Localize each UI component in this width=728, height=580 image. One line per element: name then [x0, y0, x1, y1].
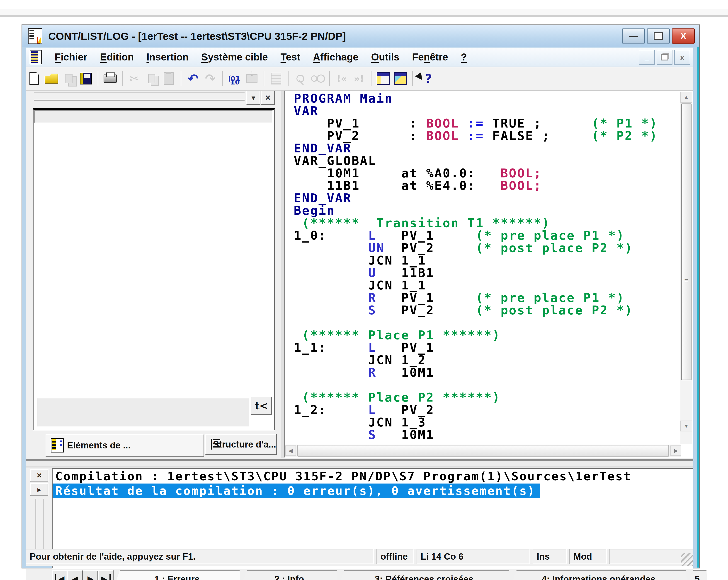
goto-last-tab-button[interactable]: ▶ [98, 570, 113, 580]
panel-close-button[interactable]: ✕ [261, 90, 275, 105]
code-line[interactable]: PROGRAM Main [294, 92, 670, 105]
toolbar-separator [264, 71, 264, 86]
code-line[interactable]: PV_1 : BOOL := TRUE ; (* P1 *) [294, 117, 670, 130]
mdi-restore-button[interactable] [657, 50, 673, 65]
pane-divider[interactable] [281, 90, 284, 458]
horizontal-scroll-thumb[interactable] [297, 445, 669, 457]
data-block-icon [268, 71, 284, 86]
new-file-icon[interactable] [27, 71, 42, 86]
menu-aide[interactable]: ? [461, 51, 467, 62]
window-detail-icon[interactable] [393, 71, 408, 86]
cut-icon [127, 71, 142, 86]
maximize-button[interactable] [647, 28, 670, 44]
panel-dropdown-button[interactable]: ▾ [246, 90, 260, 105]
download-icon[interactable] [227, 71, 242, 86]
tab-structure[interactable]: Structure d'a... [205, 434, 277, 455]
horizontal-splitter[interactable] [26, 459, 693, 467]
document-icon[interactable] [30, 50, 42, 64]
elements-list[interactable] [34, 125, 273, 394]
paste-icon [161, 71, 176, 86]
tab-elements[interactable]: Eléments de ... [46, 434, 204, 457]
scroll-down-button[interactable]: ▼ [680, 420, 692, 432]
menu-test[interactable]: Test [281, 51, 300, 62]
undo-icon[interactable] [186, 71, 201, 86]
mdi-minimize-button[interactable]: _ [639, 50, 655, 65]
source-code[interactable]: PROGRAM MainVAR PV_1 : BOOL := TRUE ; (*… [294, 92, 670, 441]
code-line[interactable]: U 11B1 [294, 267, 670, 279]
output-close-button[interactable]: ✕ [30, 469, 48, 481]
code-line[interactable] [294, 379, 670, 391]
code-line[interactable]: R PV_1 (* pre place P1 *) [294, 292, 670, 304]
print-icon[interactable] [103, 71, 118, 86]
application-window: CONT/LIST/LOG - [1erTest -- 1ertest\ST3\… [22, 24, 700, 569]
output-tab-info[interactable]: 2 : Info [240, 570, 338, 580]
output-detach-button[interactable]: ▸ [30, 483, 48, 496]
status-bar: Pour obtenir de l'aide, appuyez sur F1. … [26, 549, 693, 566]
output-tab-5[interactable]: 5 [687, 570, 707, 580]
save-icon[interactable] [78, 71, 94, 86]
menu-fichier[interactable]: Fichier [55, 51, 87, 62]
output-line-selected[interactable]: Résultat de la compilation : 0 erreur(s)… [53, 484, 540, 498]
output-tab-bar: ◀◀▶▶ 1 : Erreurs2 : Info3: Références cr… [26, 569, 693, 580]
code-line[interactable]: 1_1: L PV_1 [294, 341, 670, 354]
jump-label-button[interactable]: t< [251, 396, 272, 415]
vertical-scrollbar[interactable]: ▲ ≡ ▼ [680, 92, 692, 444]
minimize-button[interactable]: — [622, 28, 645, 44]
toolbar-separator [122, 71, 123, 86]
menu-insertion[interactable]: Insertion [147, 51, 188, 62]
horizontal-scrollbar[interactable]: ◀ ▶ [285, 445, 681, 457]
goto-first-tab-button[interactable]: ◀ [52, 570, 67, 580]
menu-fenetre[interactable]: Fenêtre [412, 51, 448, 62]
menu-outils[interactable]: Outils [371, 51, 399, 62]
code-line[interactable]: (****** Place P2 ******) [294, 391, 670, 404]
code-line[interactable]: S 10M1 [294, 429, 670, 441]
vertical-scroll-thumb[interactable] [681, 104, 692, 380]
scroll-right-button[interactable]: ▶ [671, 445, 681, 456]
page-top-rule [0, 15, 728, 17]
context-help-icon[interactable] [417, 71, 432, 86]
code-line[interactable]: 10M1 at %A0.0: BOOL; [294, 167, 670, 179]
code-line[interactable]: JCN 1_1 [294, 254, 670, 267]
scroll-up-button[interactable]: ▲ [680, 92, 692, 103]
menu-affichage[interactable]: Affichage [313, 51, 358, 62]
code-line[interactable]: VAR [294, 105, 670, 117]
code-line[interactable]: UN PV_2 (* post place P2 *) [294, 242, 670, 254]
code-line[interactable]: JCN 1_3 [294, 416, 670, 429]
elements-header [34, 110, 273, 123]
output-tab-erreurs[interactable]: 1 : Erreurs [113, 570, 240, 580]
code-line[interactable]: JCN 1_1 [294, 279, 670, 292]
tab-elements-label: Eléments de ... [67, 440, 131, 450]
code-line[interactable]: S PV_2 (* post place P2 *) [294, 304, 670, 316]
goto-prev-tab-button[interactable]: ◀ [67, 570, 83, 580]
mdi-close-button[interactable]: x [674, 50, 690, 65]
code-line[interactable]: 1_0: L PV_1 (* pre place P1 *) [294, 229, 670, 242]
code-editor[interactable]: PROGRAM MainVAR PV_1 : BOOL := TRUE ; (*… [284, 90, 693, 458]
title-bar[interactable]: CONT/LIST/LOG - [1erTest -- 1ertest\ST3\… [22, 25, 699, 47]
code-line[interactable]: VAR_GLOBAL [294, 155, 670, 167]
window-overview-icon[interactable] [376, 71, 391, 86]
code-line[interactable]: END_VAR [294, 142, 670, 155]
panel-grip[interactable] [34, 92, 244, 101]
menu-edition[interactable]: Edition [100, 51, 134, 62]
scroll-left-button[interactable]: ◀ [285, 445, 296, 456]
output-tab-operandes[interactable]: 4: Informations opérandes [510, 570, 687, 580]
code-line[interactable]: (****** Place P1 ******) [294, 329, 670, 341]
output-tab-references[interactable]: 3: Références croisées [338, 570, 510, 580]
code-line[interactable]: 11B1 at %E4.0: BOOL; [294, 179, 670, 192]
toolbar [26, 67, 693, 90]
menu-systeme-cible[interactable]: Système cible [201, 51, 268, 62]
goto-last-error-icon [352, 71, 366, 86]
output-line[interactable]: Compilation : 1ertest\ST3\CPU 315F-2 PN/… [53, 469, 693, 484]
code-line[interactable]: PV_2 : BOOL := FALSE ; (* P2 *) [294, 130, 670, 142]
close-button[interactable]: X [672, 28, 695, 44]
code-line[interactable]: JCN 1_2 [294, 354, 670, 366]
goto-next-tab-button[interactable]: ▶ [83, 570, 98, 580]
code-line[interactable]: (****** Transition T1 ******) [294, 217, 670, 229]
open-file-icon[interactable] [44, 71, 59, 86]
resize-grip[interactable] [681, 553, 693, 566]
code-line[interactable]: 1_2: L PV_2 [294, 404, 670, 416]
code-line[interactable]: R 10M1 [294, 366, 670, 379]
code-line[interactable]: END_VAR [294, 192, 670, 204]
code-line[interactable]: Begin [294, 204, 670, 217]
code-line[interactable] [294, 316, 670, 329]
